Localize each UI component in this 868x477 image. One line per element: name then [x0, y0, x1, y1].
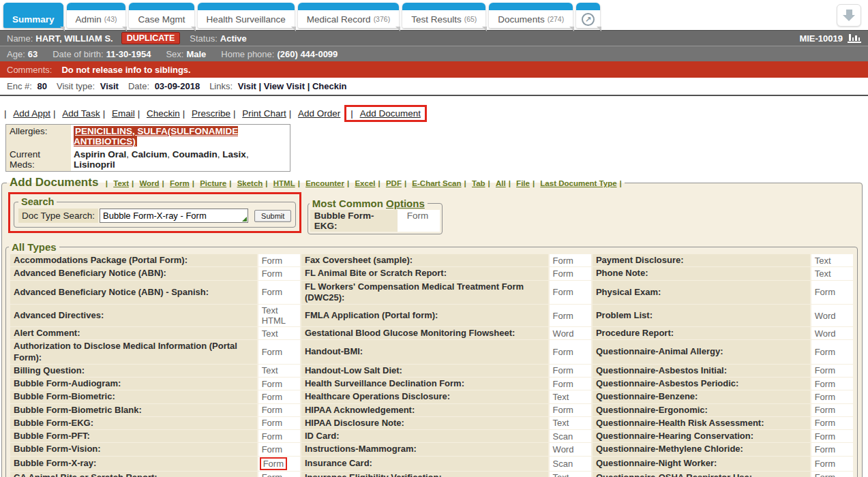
doc-create-link[interactable]: Form [262, 256, 282, 266]
doc-type-row: Bubble Form-PFT:FormID Card:ScanQuestion… [10, 430, 853, 442]
doc-type-quick-link[interactable]: Picture [192, 179, 226, 187]
doc-create-link[interactable]: Word [815, 328, 836, 339]
doc-create-link[interactable]: Form [553, 256, 573, 266]
popout-tab-button[interactable]: ↗ [576, 3, 600, 28]
doc-create-link[interactable]: Text [553, 472, 569, 477]
medication-link[interactable]: Calcium [126, 149, 167, 159]
doc-create-link[interactable]: Form [262, 392, 282, 402]
doc-create-link[interactable]: Form [815, 444, 835, 455]
doc-type-quick-link[interactable]: File [509, 179, 530, 187]
doc-type-name: Questionnaire-Night Worker: [593, 457, 810, 471]
doc-create-link[interactable]: Form [262, 287, 282, 297]
action-link[interactable]: Print Chart [233, 108, 286, 119]
action-link[interactable]: Add Order [289, 108, 341, 119]
doc-create-link[interactable]: Form [262, 268, 282, 279]
status-label: Status: [190, 33, 217, 44]
allergy-alert-link[interactable]: PENICILLINS, SULFA(SULFONAMIDE ANTIBIOTI… [74, 126, 238, 147]
doc-create-link[interactable]: Word [553, 444, 574, 455]
tab-admin[interactable]: Admin(43) [67, 3, 126, 28]
doc-create-link[interactable]: Form [553, 405, 573, 415]
doc-create-link[interactable]: Text [815, 268, 831, 279]
doc-create-link[interactable]: Form [815, 405, 835, 415]
action-link[interactable]: Checkin [138, 108, 180, 119]
doc-type-quick-link[interactable]: Form [162, 179, 190, 187]
action-link[interactable]: Add Appt [4, 108, 50, 119]
doc-create-link[interactable]: Text [262, 365, 278, 375]
doc-create-link[interactable]: Text [553, 418, 569, 428]
doc-create-link[interactable]: Form [262, 405, 282, 415]
doc-create-link[interactable]: Scan [553, 459, 573, 469]
tab-case-mgmt[interactable]: Case Mgmt [129, 3, 194, 28]
action-link[interactable]: Email [103, 108, 135, 119]
allergies-link[interactable]: Allergies: [10, 126, 48, 136]
doc-create-link[interactable]: Form [815, 459, 835, 469]
doc-create-link[interactable]: Form [262, 379, 282, 389]
doc-create-link[interactable]: Word [815, 311, 836, 321]
doc-create-link[interactable]: Form [262, 418, 282, 428]
doc-create-link[interactable]: Form [553, 311, 573, 321]
action-link[interactable]: Prescribe [183, 108, 230, 119]
doc-create-link[interactable]: Form [553, 365, 573, 375]
patient-status: Active [220, 33, 247, 44]
doc-type-link-cell: Scan [550, 430, 591, 442]
tab-documents[interactable]: Documents(274) [489, 3, 573, 28]
tab-accent-cap [489, 3, 573, 10]
medication-link[interactable]: Lasix [218, 149, 246, 159]
doc-create-link[interactable]: Form [815, 365, 835, 375]
medication-link[interactable]: Aspirin Oral [74, 149, 126, 159]
tab-test-results[interactable]: Test Results(65) [402, 3, 485, 28]
doc-create-link[interactable]: Form [815, 379, 835, 389]
doc-create-link[interactable]: Scan [553, 431, 573, 442]
doc-create-link[interactable]: Text [815, 256, 831, 266]
add-document-link[interactable]: Add Document [350, 108, 421, 119]
doc-type-search-input[interactable] [100, 209, 248, 223]
doc-create-link[interactable]: Form [262, 472, 282, 477]
current-meds-link[interactable]: Current Meds: [10, 149, 40, 170]
doc-create-link[interactable]: Form [553, 268, 573, 279]
doc-type-quick-link[interactable]: Word [132, 179, 160, 187]
encounter-link[interactable]: Checkin [305, 81, 346, 91]
doc-create-link[interactable]: Form [815, 287, 835, 297]
options-link[interactable]: Options [386, 198, 425, 209]
action-link[interactable]: Add Task [53, 108, 100, 119]
doc-type-quick-link[interactable]: Tab [464, 179, 485, 187]
chart-stats-icon[interactable] [848, 34, 861, 43]
doc-create-link[interactable]: HTML [262, 316, 297, 326]
download-button[interactable] [837, 4, 861, 27]
doc-create-link[interactable]: Text [262, 305, 297, 316]
encounter-link[interactable]: View Visit [256, 81, 305, 91]
doc-type-quick-link[interactable]: All [488, 179, 506, 187]
doc-type-quick-link[interactable]: HTML [265, 179, 295, 187]
tab-medical-record[interactable]: Medical Record(376) [298, 3, 399, 28]
submit-button[interactable]: Submit [254, 210, 291, 222]
doc-type-quick-link[interactable]: E-Chart Scan [404, 179, 462, 187]
doc-type-quick-link[interactable]: PDF [378, 179, 401, 187]
doc-create-link[interactable]: Form [815, 392, 835, 402]
doc-create-link[interactable]: Form [815, 418, 835, 428]
doc-create-link[interactable]: Form [815, 472, 835, 477]
tab-summary[interactable]: Summary [3, 3, 63, 28]
doc-type-row: Alert Comment:TextGestational Blood Gluc… [10, 327, 853, 339]
doc-type-quick-link[interactable]: Excel [347, 179, 375, 187]
doc-create-link[interactable]: Form [262, 444, 282, 455]
doc-type-quick-link[interactable]: Last Document Type [533, 179, 617, 187]
doc-type-quick-link[interactable]: Text [106, 179, 129, 187]
doc-create-link[interactable]: Form [553, 347, 573, 357]
most-common-form-link[interactable]: Form [407, 211, 429, 221]
doc-type-name: Phone Note: [593, 267, 810, 279]
doc-create-link[interactable]: Text [262, 328, 278, 339]
doc-create-link[interactable]: Form [553, 287, 573, 297]
doc-create-link[interactable]: Text [553, 392, 569, 402]
encounter-link[interactable]: Visit [238, 81, 256, 91]
doc-create-link[interactable]: Form [815, 431, 835, 442]
doc-create-link[interactable]: Word [553, 328, 574, 339]
tab-health-surveillance[interactable]: Health Surveillance [198, 3, 295, 28]
doc-type-quick-link[interactable]: Encounter [298, 179, 344, 187]
doc-create-link[interactable]: Form [815, 347, 835, 357]
medication-link[interactable]: Coumadin [167, 149, 218, 159]
doc-create-link[interactable]: Form [262, 347, 282, 357]
doc-create-link[interactable]: Form [262, 431, 282, 442]
doc-create-link[interactable]: Form [263, 459, 284, 469]
doc-create-link[interactable]: Form [553, 379, 573, 389]
doc-type-quick-link[interactable]: Sketch [229, 179, 263, 187]
